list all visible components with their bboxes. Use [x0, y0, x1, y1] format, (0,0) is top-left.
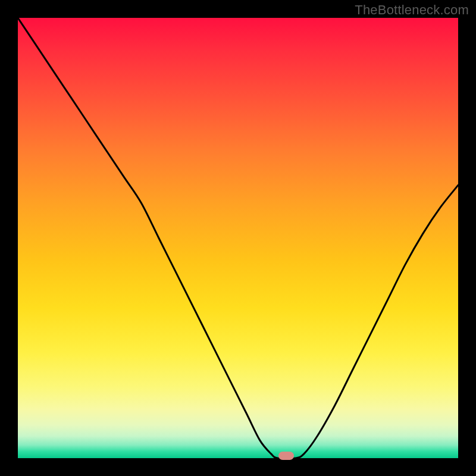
plot-area	[18, 18, 458, 458]
watermark-text: TheBottleneck.com	[355, 2, 469, 18]
bottleneck-curve	[18, 18, 458, 458]
optimal-marker	[278, 452, 294, 460]
chart-container: TheBottleneck.com	[0, 0, 476, 476]
